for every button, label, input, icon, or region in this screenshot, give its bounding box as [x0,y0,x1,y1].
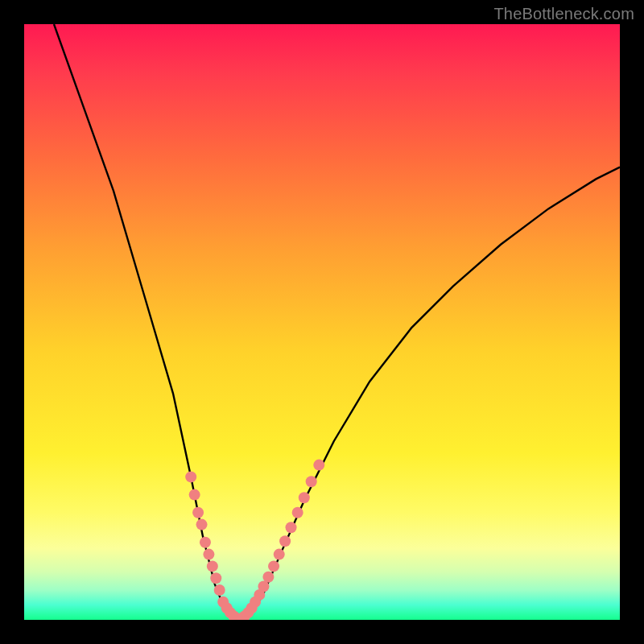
data-point [210,572,221,584]
data-point [274,549,285,560]
chart-plot-area [24,24,620,620]
data-point [262,572,274,583]
data-point [279,535,291,547]
data-point [228,611,239,620]
data-point [292,507,303,518]
scatter-points [24,24,620,620]
chart-stage: TheBottleneck.com [0,0,644,644]
data-point [250,597,261,608]
bottleneck-curve [24,24,620,620]
data-point [235,613,246,620]
watermark-label: TheBottleneck.com [493,5,634,23]
data-point [225,607,236,618]
data-point [268,560,279,572]
data-point [200,537,211,548]
data-point [299,492,310,503]
data-point [203,549,214,560]
data-point [192,507,204,518]
data-point [232,613,243,620]
data-point [189,489,200,501]
data-point [306,476,317,487]
data-point [254,589,265,601]
data-point [214,584,225,596]
data-point [258,581,269,592]
data-point [196,519,208,530]
data-point [185,471,196,482]
data-point [246,602,258,613]
data-point [313,460,324,471]
data-point [242,607,254,618]
data-point [286,522,297,533]
data-point [221,602,233,613]
data-point [207,560,218,572]
data-point [217,597,229,608]
data-point [239,611,250,620]
